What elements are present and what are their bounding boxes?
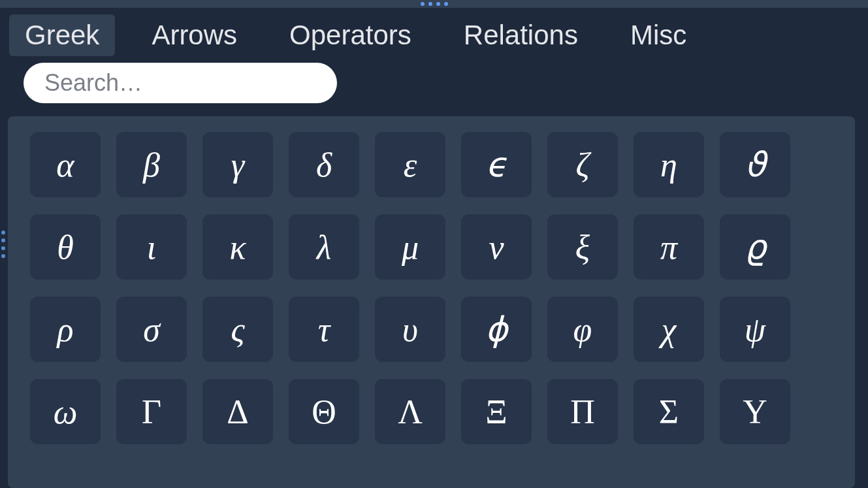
category-tabs: GreekArrowsOperatorsRelationsMisc [0, 8, 868, 63]
symbol-Upsilon[interactable]: Υ [720, 379, 790, 444]
symbol-eta[interactable]: η [634, 132, 704, 197]
symbol-Xi[interactable]: Ξ [461, 379, 532, 444]
symbol-Pi[interactable]: Π [547, 379, 618, 444]
symbol-omega[interactable]: ω [30, 379, 101, 444]
symbol-picker-app: GreekArrowsOperatorsRelationsMisc αβγδεϵ… [0, 0, 868, 488]
symbol-Gamma[interactable]: Γ [116, 379, 187, 444]
tab-relations[interactable]: Relations [448, 14, 594, 56]
symbol-grid: αβγδεϵζηϑθικλμνξπϱρσςτυϕφχψωΓΔΘΛΞΠΣΥ [30, 132, 833, 444]
symbol-tau[interactable]: τ [289, 297, 359, 362]
symbol-panel[interactable]: αβγδεϵζηϑθικλμνξπϱρσςτυϕφχψωΓΔΘΛΞΠΣΥ [8, 116, 855, 488]
symbol-varrho[interactable]: ϱ [720, 214, 790, 280]
tab-misc[interactable]: Misc [615, 14, 702, 56]
symbol-sigma[interactable]: σ [116, 297, 187, 362]
symbol-theta[interactable]: θ [30, 214, 101, 280]
symbol-beta[interactable]: β [116, 132, 187, 197]
search-input[interactable] [24, 63, 337, 103]
symbol-iota[interactable]: ι [116, 214, 187, 280]
symbol-psi[interactable]: ψ [720, 297, 790, 362]
symbol-alpha[interactable]: α [30, 132, 101, 197]
symbol-upsilon[interactable]: υ [375, 297, 445, 362]
tab-greek[interactable]: Greek [9, 14, 115, 56]
symbol-nu[interactable]: ν [461, 214, 532, 280]
symbol-varphi[interactable]: φ [547, 297, 618, 362]
tab-arrows[interactable]: Arrows [136, 14, 253, 56]
symbol-Delta[interactable]: Δ [202, 379, 273, 444]
symbol-rho[interactable]: ρ [30, 297, 101, 362]
symbol-vartheta[interactable]: ϑ [720, 132, 790, 197]
symbol-Sigma[interactable]: Σ [634, 379, 704, 444]
symbol-varsigma[interactable]: ς [202, 297, 273, 362]
search-row [0, 63, 868, 116]
symbol-mu[interactable]: μ [375, 214, 445, 280]
symbol-kappa[interactable]: κ [202, 214, 273, 280]
symbol-varepsilon[interactable]: ε [375, 132, 445, 197]
symbol-Theta[interactable]: Θ [289, 379, 359, 444]
symbol-panel-wrap: αβγδεϵζηϑθικλμνξπϱρσςτυϕφχψωΓΔΘΛΞΠΣΥ [0, 116, 868, 488]
symbol-pi[interactable]: π [634, 214, 704, 280]
panel-drag-handle-top[interactable] [0, 0, 868, 8]
symbol-Lambda[interactable]: Λ [375, 379, 445, 444]
symbol-delta[interactable]: δ [289, 132, 359, 197]
symbol-chi[interactable]: χ [634, 297, 704, 362]
symbol-epsilon[interactable]: ϵ [461, 132, 532, 197]
symbol-zeta[interactable]: ζ [547, 132, 618, 197]
symbol-lambda[interactable]: λ [289, 214, 359, 280]
symbol-phi[interactable]: ϕ [461, 297, 532, 362]
symbol-xi[interactable]: ξ [547, 214, 618, 280]
tab-operators[interactable]: Operators [274, 14, 427, 56]
drag-dots-icon [421, 2, 448, 6]
symbol-gamma[interactable]: γ [202, 132, 273, 197]
